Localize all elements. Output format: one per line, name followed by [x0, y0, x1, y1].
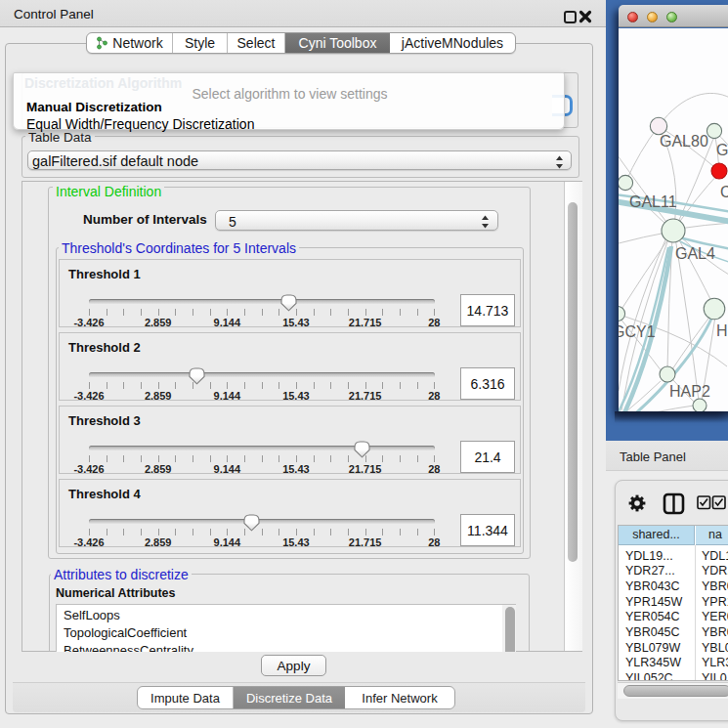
svg-text:GCY1: GCY1 — [619, 323, 656, 340]
svg-text:H: H — [716, 322, 728, 339]
svg-text:GAL4: GAL4 — [675, 245, 715, 262]
svg-text:CY: CY — [720, 184, 728, 200]
svg-text:GAL80: GAL80 — [660, 133, 708, 150]
svg-text:GAL11: GAL11 — [629, 193, 677, 210]
svg-text:GA: GA — [716, 142, 728, 158]
svg-text:HAP2: HAP2 — [669, 383, 710, 400]
